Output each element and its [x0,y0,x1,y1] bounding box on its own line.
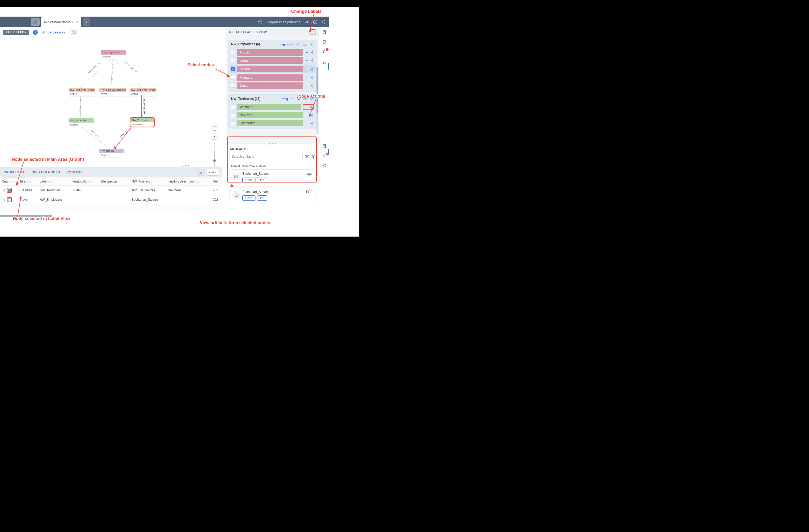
artifact-card: Buchanan_Steven Open Pin PDF [229,188,315,203]
annotation: Node selected in Main Area (Graph) [12,157,84,162]
logout-icon[interactable] [321,20,326,24]
tab-close-icon[interactable]: × [74,20,79,24]
label-row[interactable]: Janet+ [228,82,316,90]
svg-point-43 [311,108,312,108]
graph-canvas[interactable]: NW_Employees Andrew NW_EmployeeTerritori… [0,37,226,159]
panel-collapse-icon[interactable]: ▲ ▼ ≡ [181,164,190,167]
tab-properties[interactable]: PROPERTIES [4,167,25,177]
label-row[interactable]: Laura+ [228,56,316,65]
filter-icon[interactable] [305,155,309,159]
layers-icon[interactable] [311,155,315,159]
add-icon[interactable]: + [305,113,309,117]
document-icon[interactable] [322,144,327,149]
add-icon[interactable]: + [305,59,309,63]
checkbox[interactable] [231,51,235,54]
share-icon[interactable] [322,163,327,168]
graph-node-t2-selected[interactable]: NW_Territories Braintree [130,117,155,127]
svg-marker-9 [141,115,143,118]
density-slider[interactable] [282,44,294,45]
graph-node-et2[interactable]: NW_EmployeeTerritories 01730 [99,88,126,96]
panel-collapse-icon[interactable]: ▲ ▼ ≡ [268,142,276,145]
label-row[interactable]: Cambridge+ [228,119,316,127]
checkbox[interactable] [231,76,235,79]
tab-context[interactable]: CONTEXT [66,171,82,174]
tab-active[interactable]: exploration demo 2 × [41,17,81,27]
svg-point-32 [312,68,313,69]
pin-icon[interactable]: 3 [322,154,327,158]
scrollbar-thumb[interactable] [316,67,318,113]
document-icon[interactable] [322,30,327,35]
share-icon[interactable] [310,121,314,125]
chevron-down-icon[interactable] [309,42,314,46]
graph-node-employees[interactable]: NW_Employees Andrew [101,50,126,59]
checkbox[interactable] [231,113,235,117]
label-row[interactable]: Westboro+ [228,103,316,111]
label-row[interactable]: New York+ [228,111,316,119]
scope-count-badge: 7 [33,30,38,35]
checkbox[interactable] [231,121,235,125]
menu-icon[interactable] [303,42,307,46]
svg-point-30 [312,61,313,61]
info-icon[interactable] [313,20,317,24]
svg-point-36 [312,78,313,79]
table-row[interactable]: Braintree NW_Territories 02184 102184Bra… [0,186,222,195]
table-row[interactable]: Steven NW_Employees Buchanan_Steven 202 [0,195,222,205]
share-icon[interactable] [309,105,312,109]
scope-session-link[interactable]: Scope Session [41,30,65,34]
search-icon[interactable] [258,20,263,24]
clipboard-icon[interactable] [322,40,327,45]
settings-icon[interactable] [304,20,309,24]
share-icon[interactable] [310,67,314,71]
pin-icon[interactable]: 3 [322,49,327,54]
graph-node-et1[interactable]: NW_EmployeeTerritories 02116 [69,88,95,96]
label-group-territories: NW_Territories (18) Westboro+ New York+ … [228,94,316,129]
scope-toggle[interactable] [69,30,77,35]
home-button[interactable] [31,18,40,26]
checkbox[interactable] [231,105,235,109]
origin-label-view-icon [7,197,12,202]
zoom-in-button[interactable]: + [211,134,218,140]
share-icon[interactable] [310,76,314,79]
settings-button[interactable] [197,169,204,176]
label-row[interactable]: Andrew+ [228,49,316,56]
new-tab-button[interactable]: + [83,18,90,26]
open-button[interactable]: Open [242,195,256,201]
pin-button[interactable]: Pin [257,177,267,182]
add-icon[interactable]: + [305,121,309,125]
add-icon[interactable]: + [304,105,308,109]
share-icon[interactable] [310,84,314,88]
share-icon[interactable] [310,59,314,63]
add-icon[interactable]: + [305,51,309,54]
open-button[interactable]: Open [242,177,256,182]
th-territoryid: TerritoryID⇵⌕ [70,177,99,186]
pagination[interactable]: 2 ··· 2 [206,169,219,176]
change-labels-button[interactable] [310,29,315,35]
svg-point-39 [312,86,313,87]
tab-related-nodes[interactable]: RELATED NODES [32,171,60,174]
svg-point-37 [311,85,311,86]
pin-button[interactable]: Pin [257,195,267,201]
add-icon[interactable]: + [305,84,309,88]
svg-point-59 [325,164,326,165]
annotation: Change Labels [291,9,322,14]
artifacts-search[interactable]: Search artifacts [229,153,303,160]
copy-icon[interactable] [322,60,327,65]
zoom-slider[interactable] [214,150,215,169]
checkbox[interactable] [231,59,235,63]
share-icon[interactable] [310,113,314,117]
label-row-selected[interactable]: ✓Steven+ [230,65,315,73]
checkbox[interactable] [231,84,235,88]
svg-point-26 [312,51,313,52]
fullscreen-button[interactable]: ⛶ [211,126,218,132]
svg-point-42 [311,106,312,107]
density-slider[interactable] [282,99,294,99]
search-icon[interactable] [296,42,301,46]
svg-point-35 [312,76,313,77]
svg-point-60 [325,166,326,167]
add-icon[interactable]: + [305,76,309,79]
checkbox-checked[interactable]: ✓ [231,67,235,71]
share-icon[interactable] [310,51,314,54]
add-icon[interactable]: + [305,67,309,71]
label-row[interactable]: Margaret+ [228,74,316,82]
graph-node-t1[interactable]: NW_Territories Boston [69,118,94,127]
